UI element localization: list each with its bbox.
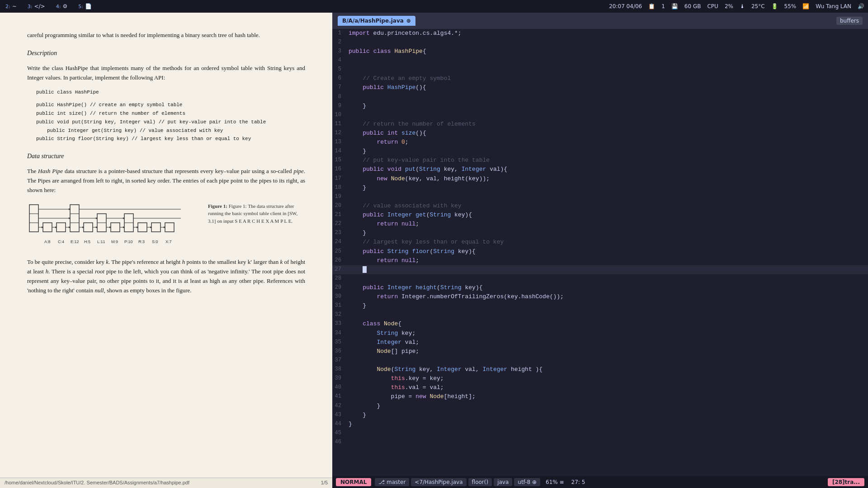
svg-text:L:11: L:11 xyxy=(97,239,105,244)
volume-icon: 🔊 xyxy=(858,3,864,9)
editor-panel: B/A/a/HashPipe.java ⊕ buffers 1import ed… xyxy=(332,13,868,488)
code-line: 44} xyxy=(332,420,868,429)
code-line: 41 pipe = new Node[height]; xyxy=(332,392,868,401)
line-number: 24 xyxy=(332,238,349,246)
line-number: 2 xyxy=(332,38,349,47)
tab-1[interactable]: 2: ~ xyxy=(4,2,19,10)
editor-topbar: B/A/a/HashPipe.java ⊕ buffers xyxy=(332,13,868,29)
line-number: 18 xyxy=(332,183,349,192)
svg-rect-8 xyxy=(84,223,93,232)
code-line: 39 this.key = key; xyxy=(332,374,868,383)
tab-3-icon: 4: xyxy=(56,4,61,9)
line-content: } xyxy=(349,420,352,429)
code-line: 1import edu.princeton.cs.algs4.*; xyxy=(332,29,868,38)
clipboard-icon: 📋 xyxy=(648,3,655,9)
svg-rect-14 xyxy=(138,223,147,232)
line-number: 16 xyxy=(332,165,349,174)
ram-label: 💾 xyxy=(671,3,678,9)
code-methods: public HashPipe() // create an empty sym… xyxy=(36,101,305,143)
line-number: 31 xyxy=(332,301,349,310)
tab-3-label: ⚙ xyxy=(62,3,67,9)
line-number: 14 xyxy=(332,147,349,155)
ds-text1: The Hash Pipe data structure is a pointe… xyxy=(27,167,305,195)
line-content: Integer val; xyxy=(349,338,419,347)
code-method-3: public Integer get(String key) // value … xyxy=(36,127,305,135)
code-line: 17 new Node(key, val, height(key)); xyxy=(332,174,868,183)
code-line: 29 public Integer height(String key){ xyxy=(332,283,868,292)
line-number: 17 xyxy=(332,174,349,183)
line-content: pipe = new Node[height]; xyxy=(349,392,476,401)
ram-value: 60 GB xyxy=(684,3,701,9)
git-icon: ⎇ xyxy=(378,479,385,485)
svg-rect-4 xyxy=(57,223,66,232)
line-content: } xyxy=(349,102,366,111)
status-trail: [28]tra... xyxy=(828,478,864,486)
code-line: 33 class Node{ xyxy=(332,319,868,328)
status-fn: floor() xyxy=(468,478,492,486)
code-line: 8 xyxy=(332,93,868,102)
code-method-2: public void put(String key, Integer val)… xyxy=(36,118,305,127)
code-line: 26 return null; xyxy=(332,256,868,265)
code-line: 38 Node(String key, Integer val, Integer… xyxy=(332,365,868,374)
line-content: return null; xyxy=(349,220,419,229)
line-number: 43 xyxy=(332,411,349,419)
line-number: 15 xyxy=(332,156,349,164)
line-number: 42 xyxy=(332,402,349,410)
temp-icon: 🌡 xyxy=(740,3,745,9)
ruler-icon: ≡ xyxy=(560,479,564,485)
line-content: Node(String key, Integer val, Integer he… xyxy=(349,365,542,374)
topbar: 2: ~ 3: </> 4: ⚙ 5: 📄 20:07 04/06 📋 1 💾 … xyxy=(0,0,868,13)
line-number: 21 xyxy=(332,211,349,219)
code-line: 30 return Integer.numberOfTrailingZeros(… xyxy=(332,292,868,301)
line-number: 33 xyxy=(332,319,349,328)
editor-file-tab[interactable]: B/A/a/HashPipe.java ⊕ xyxy=(338,16,415,26)
svg-text:S:0: S:0 xyxy=(152,239,158,244)
data-structure-title: Data structure xyxy=(27,151,305,161)
line-content: String key; xyxy=(349,329,415,338)
code-line: 32 xyxy=(332,310,868,319)
tab-3[interactable]: 4: ⚙ xyxy=(54,2,69,10)
tab-2[interactable]: 3: </> xyxy=(26,2,47,10)
tab-1-icon: 2: xyxy=(5,4,10,9)
code-line: 5 xyxy=(332,65,868,74)
line-number: 37 xyxy=(332,356,349,365)
file-tab-label: B/A/a/HashPipe.java xyxy=(342,18,404,24)
line-content: return null; xyxy=(349,256,419,265)
figure-caption: Figure 1: Figure 1: The data structure a… xyxy=(208,202,305,225)
code-line: 4 xyxy=(332,56,868,65)
code-line: 37 xyxy=(332,356,868,365)
svg-rect-3 xyxy=(43,223,52,232)
line-content: public int size(){ xyxy=(349,129,426,138)
code-method-1: public int size() // return the number o… xyxy=(36,109,305,118)
line-number: 4 xyxy=(332,56,349,65)
code-area[interactable]: 1import edu.princeton.cs.algs4.*;23publi… xyxy=(332,29,868,476)
tab-4[interactable]: 5: 📄 xyxy=(76,2,94,10)
code-line: 2 xyxy=(332,38,868,47)
pdf-file-path: /home/daniel/Nextcloud/Skole/ITU/2. Seme… xyxy=(5,479,189,487)
line-number: 7 xyxy=(332,83,349,92)
line-content: } xyxy=(349,402,380,411)
code-line: 15 // put key-value pair into the table xyxy=(332,156,868,165)
line-content: } xyxy=(349,147,366,156)
file-modified-icon: ⊕ xyxy=(406,18,411,24)
code-line: 18 } xyxy=(332,183,868,192)
code-line: 22 return null; xyxy=(332,220,868,229)
ds-text2: To be quite precise, consider key k. The… xyxy=(27,258,305,295)
line-content: } xyxy=(349,301,366,310)
diagram-svg: A:8 C:4 E:12 H:5 L:11 M:9 P:10 R:3 S:0 X… xyxy=(27,202,199,248)
main-split: careful programming similar to what is n… xyxy=(0,13,868,488)
svg-rect-15 xyxy=(151,223,160,232)
code-line: 23 } xyxy=(332,229,868,238)
pdf-bottom-bar: /home/daniel/Nextcloud/Skole/ITU/2. Seme… xyxy=(0,478,332,488)
cpu-value: 2% xyxy=(725,3,733,9)
hash-pipe-diagram: A:8 C:4 E:12 H:5 L:11 M:9 P:10 R:3 S:0 X… xyxy=(27,202,199,251)
svg-text:P:10: P:10 xyxy=(124,239,133,244)
pdf-panel[interactable]: careful programming similar to what is n… xyxy=(0,13,332,488)
line-number: 23 xyxy=(332,229,349,237)
description-body: Write the class HashPipe that implements… xyxy=(27,64,305,83)
line-number: 44 xyxy=(332,420,349,428)
figure-area: A:8 C:4 E:12 H:5 L:11 M:9 P:10 R:3 S:0 X… xyxy=(27,202,305,251)
battery-icon: 🔋 xyxy=(771,3,778,9)
code-line: 45 xyxy=(332,429,868,438)
line-number: 8 xyxy=(332,93,349,101)
